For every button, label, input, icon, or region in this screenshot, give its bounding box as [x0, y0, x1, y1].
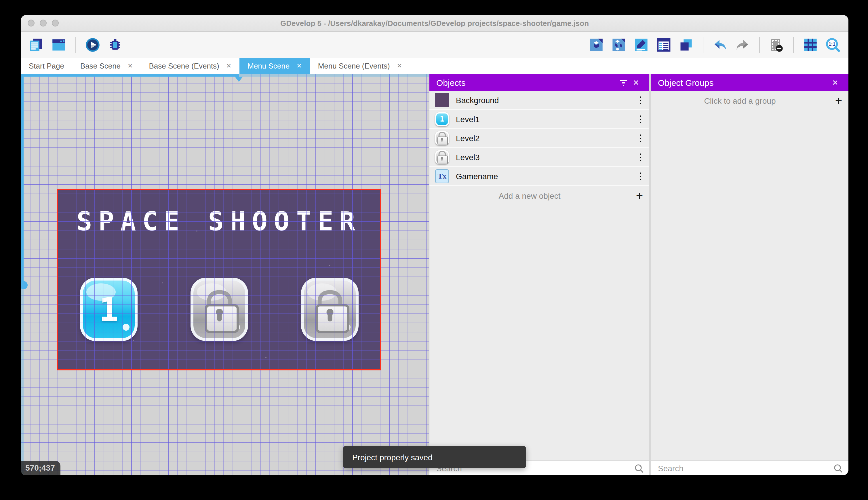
lock-icon [437, 132, 446, 144]
object-groups-panel-title: Object Groups [658, 78, 714, 87]
object-list-item[interactable]: Background [430, 91, 649, 110]
horizontal-scrollbar-fill [21, 74, 239, 77]
svg-text:1:1: 1:1 [829, 42, 835, 47]
object-menu-icon[interactable] [632, 133, 649, 144]
lock-icon [437, 151, 446, 163]
groups-search-input[interactable] [651, 463, 833, 473]
object-menu-icon[interactable] [632, 171, 649, 181]
object-menu-icon[interactable] [632, 113, 649, 124]
object-name: Level1 [456, 114, 632, 124]
add-group-label: Click to add a group [651, 96, 829, 105]
debug-icon[interactable] [108, 37, 122, 53]
objects-list: Background 1 Level1 Level2 Level3 Tx Gam… [430, 91, 649, 186]
tab[interactable]: Start Page [21, 58, 72, 74]
level-number: 1 [99, 291, 118, 328]
groups-search-row [651, 460, 848, 475]
object-groups-icon[interactable] [611, 37, 626, 53]
vertical-scrollbar-fill [21, 74, 24, 285]
window-title: GDevelop 5 - /Users/dkarakay/Documents/G… [21, 19, 848, 27]
zoom-icon[interactable]: 1:1 [825, 37, 840, 53]
redo-icon[interactable] [735, 37, 750, 53]
object-name: Gamename [456, 171, 632, 181]
add-object-label: Add a new object [430, 191, 630, 200]
level-button-locked[interactable] [301, 278, 359, 341]
object-menu-icon[interactable] [632, 151, 649, 162]
tab-close-icon[interactable] [296, 62, 302, 70]
toolbar-divider [703, 37, 703, 53]
vertical-scrollbar[interactable] [21, 74, 24, 475]
objects-panel-title: Objects [436, 78, 466, 87]
horizontal-scrollbar-thumb[interactable] [235, 77, 243, 82]
object-list-item[interactable]: Tx Gamename [430, 167, 649, 186]
tab[interactable]: Base Scene [72, 58, 141, 74]
main-area: SPACE SHOOTER 1 570;437 Objects [21, 74, 848, 475]
filter-icon[interactable] [617, 76, 630, 89]
play-icon[interactable] [85, 37, 100, 53]
horizontal-scrollbar[interactable] [21, 74, 429, 77]
level-button-unlocked[interactable]: 1 [80, 278, 138, 341]
scene-rect: SPACE SHOOTER 1 [58, 190, 380, 369]
cursor-coordinates-badge: 570;437 [21, 461, 61, 475]
undo-icon[interactable] [713, 37, 728, 53]
project-manager-icon[interactable] [29, 37, 44, 53]
objects-panel: Objects Background 1 Level1 Level2 Level… [429, 74, 649, 475]
lock-icon [315, 290, 344, 328]
objects-editor-icon[interactable] [589, 37, 604, 53]
level-button-locked[interactable] [190, 278, 248, 341]
properties-icon[interactable] [634, 37, 649, 53]
object-thumbnail [435, 150, 449, 164]
object-name: Background [456, 95, 632, 104]
add-object-plus-icon[interactable] [630, 189, 649, 203]
search-icon [634, 463, 644, 473]
tab-label: Base Scene (Events) [149, 61, 219, 70]
object-list-item[interactable]: Level2 [430, 129, 649, 148]
tab[interactable]: Base Scene (Events) [141, 58, 240, 74]
object-thumbnail [435, 131, 449, 145]
toast-message: Project properly saved [352, 453, 433, 462]
vertical-scrollbar-thumb[interactable] [21, 281, 28, 289]
object-name: Level3 [456, 152, 632, 162]
tab-label: Menu Scene (Events) [318, 61, 390, 70]
add-group-plus-icon[interactable] [829, 94, 848, 107]
object-groups-panel-header: Object Groups [651, 74, 848, 91]
titlebar: GDevelop 5 - /Users/dkarakay/Documents/G… [21, 15, 848, 32]
object-name: Level2 [456, 133, 632, 143]
toolbar-right: 1:1 [589, 37, 840, 53]
tab-label: Start Page [29, 61, 64, 70]
toolbar-divider [75, 37, 76, 53]
tab-label: Menu Scene [247, 61, 290, 70]
objects-panel-header: Objects [430, 74, 649, 91]
grid-icon[interactable] [803, 37, 818, 53]
object-menu-icon[interactable] [632, 94, 649, 105]
tab-close-icon[interactable] [397, 62, 402, 70]
toolbar-left [29, 37, 122, 53]
lock-icon [204, 290, 234, 328]
toolbar-divider [793, 37, 794, 53]
toolbar-divider [759, 37, 760, 53]
gdevelop-window: GDevelop 5 - /Users/dkarakay/Documents/G… [21, 15, 848, 475]
tab-close-icon[interactable] [128, 62, 133, 70]
close-objects-panel-icon[interactable] [630, 76, 642, 89]
toolbar: 1:1 [21, 32, 848, 58]
object-thumbnail [435, 93, 449, 107]
close-object-groups-panel-icon[interactable] [829, 76, 842, 89]
level-buttons-row: 1 [80, 278, 359, 341]
scene-canvas[interactable]: SPACE SHOOTER 1 570;437 [21, 74, 429, 475]
tab-close-icon[interactable] [226, 62, 231, 70]
tab[interactable]: Menu Scene [239, 58, 310, 74]
layers-icon[interactable] [679, 37, 694, 53]
mask-instances-icon[interactable] [769, 37, 784, 53]
add-group-row[interactable]: Click to add a group [651, 91, 848, 110]
add-object-row[interactable]: Add a new object [430, 186, 649, 205]
object-thumbnail: Tx [435, 169, 449, 183]
search-icon [833, 463, 843, 473]
object-list-item[interactable]: Level3 [430, 148, 649, 167]
object-thumbnail: 1 [435, 112, 449, 126]
object-groups-panel: Object Groups Click to add a group [651, 74, 848, 475]
scene-title-text[interactable]: SPACE SHOOTER [58, 206, 380, 237]
save-toast: Project properly saved [343, 446, 526, 468]
object-list-item[interactable]: 1 Level1 [430, 110, 649, 129]
scene-window-icon[interactable] [51, 37, 66, 53]
instances-list-icon[interactable] [656, 37, 671, 53]
tab[interactable]: Menu Scene (Events) [310, 58, 410, 74]
